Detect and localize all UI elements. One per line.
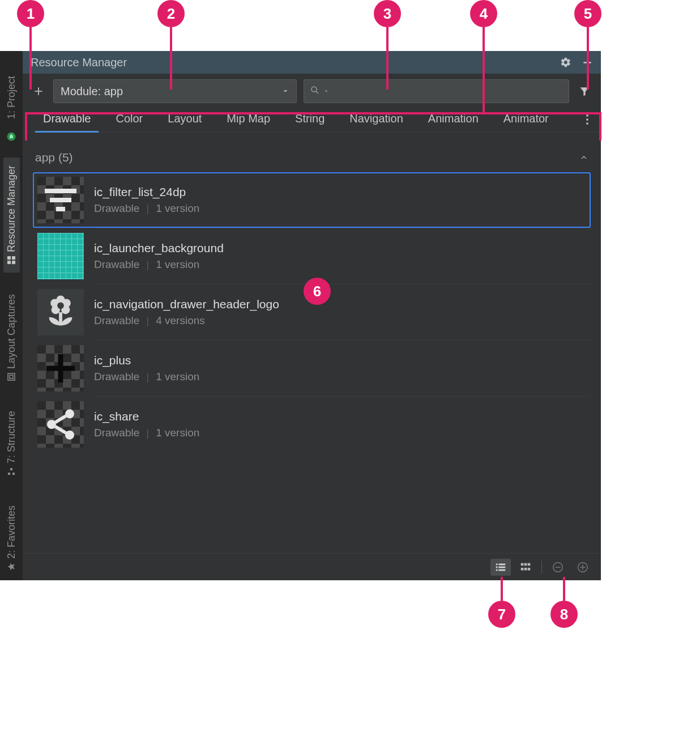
resource-item[interactable]: ic_plus Drawable|1 version — [33, 341, 591, 396]
tab-navigation[interactable]: Navigation — [337, 107, 416, 132]
resource-meta: Drawable|1 version — [94, 371, 199, 383]
sidebar-tab-resource-manager[interactable]: Resource Manager — [3, 158, 20, 273]
callout-4: 4 — [470, 0, 497, 27]
tab-color[interactable]: Color — [103, 107, 155, 132]
resource-item[interactable]: ic_launcher_background Drawable|1 versio… — [33, 228, 591, 284]
resource-thumbnail — [37, 401, 84, 448]
svg-rect-42 — [582, 564, 583, 570]
group-header[interactable]: app (5) — [33, 141, 591, 172]
add-button[interactable] — [31, 83, 46, 99]
callout-line — [483, 27, 485, 112]
svg-rect-6 — [10, 375, 13, 379]
callout-3: 3 — [374, 0, 401, 27]
sidebar-tab-layout-captures[interactable]: Layout Captures — [3, 286, 20, 389]
group-name: app — [35, 151, 55, 164]
resource-meta: Drawable|4 versions — [94, 314, 279, 327]
svg-rect-28 — [496, 566, 498, 568]
search-input[interactable] — [332, 85, 563, 98]
chevron-down-icon — [281, 85, 289, 98]
resource-thumbnail — [37, 233, 84, 279]
plus-circle-icon — [577, 561, 589, 573]
tab-animation[interactable]: Animation — [416, 107, 491, 132]
zoom-out-button[interactable] — [548, 559, 568, 576]
resource-item[interactable]: ic_share Drawable|1 version — [33, 397, 591, 452]
tab-animator[interactable]: Animator — [491, 107, 561, 132]
svg-rect-32 — [521, 563, 524, 566]
sidebar-tab-label: Resource Manager — [6, 165, 18, 252]
svg-rect-31 — [498, 569, 505, 571]
grid-view-button[interactable] — [515, 559, 536, 576]
sidebar-tab-structure[interactable]: 7: Structure — [3, 403, 20, 484]
svg-rect-4 — [12, 256, 15, 260]
svg-rect-8 — [12, 473, 15, 475]
toolbar: Module: app — [23, 74, 601, 107]
svg-rect-29 — [498, 566, 505, 568]
tab-layout[interactable]: Layout — [155, 107, 214, 132]
resource-meta: Drawable|1 version — [94, 202, 199, 215]
callout-line — [599, 112, 601, 141]
sidebar-tab-project[interactable]: 1: Project — [3, 68, 20, 127]
gear-icon[interactable] — [560, 57, 571, 68]
sidebar-tab-favorites[interactable]: 2: Favorites — [3, 498, 20, 579]
footer-toolbar — [23, 553, 601, 580]
svg-rect-39 — [555, 567, 560, 568]
group-count: (5) — [58, 151, 73, 164]
sidebar-tab-label: 1: Project — [6, 76, 18, 119]
svg-rect-9 — [10, 468, 12, 470]
callout-line — [170, 27, 172, 90]
sidebar-tab-label: 7: Structure — [6, 411, 18, 464]
grid-icon — [519, 561, 532, 573]
resource-name: ic_navigation_drawer_header_logo — [94, 298, 279, 311]
tab-drawable[interactable]: Drawable — [31, 107, 103, 132]
plus-icon — [46, 354, 75, 382]
svg-line-24 — [56, 416, 66, 422]
module-dropdown-label: Module: app — [61, 85, 123, 98]
minus-circle-icon — [552, 561, 564, 573]
zoom-in-button[interactable] — [573, 559, 593, 576]
resource-name: ic_filter_list_24dp — [94, 185, 199, 199]
svg-line-25 — [56, 427, 66, 433]
flower-icon — [41, 292, 80, 332]
search-input-container[interactable] — [304, 79, 569, 103]
callout-2: 2 — [157, 0, 185, 27]
tab-mipmap[interactable]: Mip Map — [214, 107, 283, 132]
share-icon — [42, 406, 79, 443]
resource-name: ic_launcher_background — [94, 241, 224, 255]
callout-line — [563, 577, 565, 601]
svg-rect-27 — [498, 563, 505, 565]
resource-name: ic_plus — [94, 354, 199, 367]
sidebar-tab-label: Layout Captures — [6, 294, 18, 369]
grid-pattern-icon — [37, 233, 84, 279]
callout-line — [25, 112, 27, 141]
structure-icon — [7, 467, 16, 476]
sidebar-tab-label: 2: Favorites — [6, 505, 18, 559]
tab-string[interactable]: String — [283, 107, 337, 132]
resource-list: ic_filter_list_24dp Drawable|1 version i… — [33, 172, 591, 452]
list-view-button[interactable] — [490, 559, 511, 576]
separator — [541, 561, 542, 573]
svg-point-11 — [311, 87, 317, 92]
callout-5: 5 — [574, 0, 601, 27]
svg-rect-37 — [528, 567, 531, 570]
module-dropdown[interactable]: Module: app — [53, 79, 297, 103]
android-icon — [6, 131, 16, 144]
resource-meta: Drawable|1 version — [94, 427, 199, 439]
chevron-up-icon — [579, 153, 588, 162]
svg-rect-33 — [524, 563, 527, 566]
svg-rect-5 — [8, 373, 15, 380]
svg-rect-34 — [528, 563, 531, 566]
svg-rect-26 — [496, 563, 498, 565]
svg-rect-7 — [8, 473, 10, 475]
svg-rect-2 — [7, 256, 11, 260]
callout-6: 6 — [304, 278, 331, 305]
list-icon — [494, 561, 507, 573]
tool-window-sidebar: 1: Project Resource Manager Layout Captu… — [0, 51, 23, 580]
svg-rect-3 — [12, 261, 15, 264]
chevron-down-icon — [323, 86, 329, 96]
filter-button[interactable] — [576, 86, 593, 97]
callout-line — [29, 27, 32, 90]
svg-line-12 — [316, 91, 318, 94]
resource-item[interactable]: ic_filter_list_24dp Drawable|1 version — [33, 172, 591, 228]
search-icon — [310, 85, 320, 97]
panel-titlebar: Resource Manager — [23, 51, 601, 74]
